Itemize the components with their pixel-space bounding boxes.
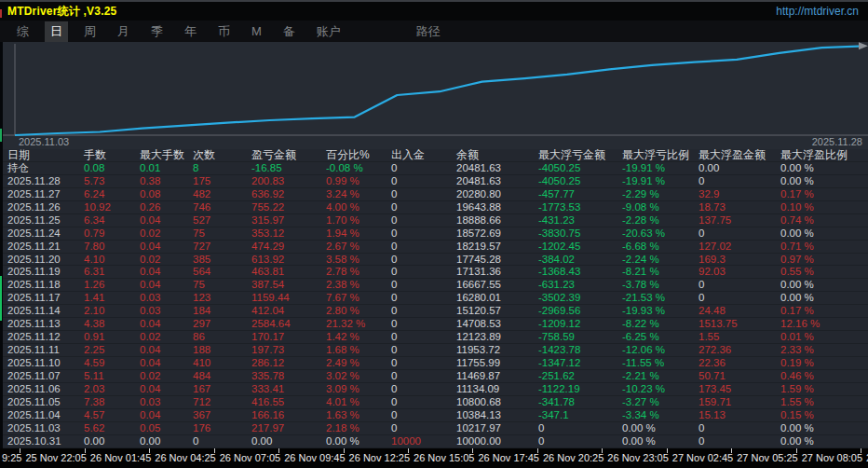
table-cell: 0.00 [244,435,319,447]
table-cell: -2.24 % [615,254,691,266]
column-header[interactable]: 最大浮盈金额 [691,149,773,161]
table-cell: 17131.36 [449,266,531,278]
column-header[interactable]: 次数 [185,149,244,161]
table-cell: 1.41 [76,292,132,304]
time-axis-label: 27 Nov 10:45 [864,448,868,467]
table-cell: 11953.72 [449,344,531,356]
time-axis-label: 26 Nov 01:45 [88,448,153,467]
table-row[interactable]: 2025.11.062.030.04167333.413.09 %011134.… [0,383,868,396]
time-axis-tick [602,448,603,453]
table-cell: 16280.01 [449,292,531,304]
menu-item-7[interactable]: M [246,22,267,40]
table-cell: -347.1 [531,409,615,421]
table-cell: 2025.11.12 [0,331,76,343]
column-header[interactable]: 最大浮亏金额 [531,149,615,161]
menu-item-path[interactable]: 路径 [411,21,446,42]
table-cell: 2.49 % [319,357,384,369]
table-cell: 6.31 [76,266,132,278]
menu-item-6[interactable]: 币 [212,21,236,42]
table-cell: 188 [185,344,244,356]
time-axis-tick [408,448,409,453]
table-cell: 10000 [384,435,449,447]
table-row[interactable]: 2025.11.171.410.031231159.447.67 %016280… [0,292,868,305]
app-url-link[interactable]: http://mtdriver.cn [776,5,859,18]
table-cell: 0.15 % [773,409,868,421]
table-row[interactable]: 2025.11.196.310.04564463.812.78 %017131.… [0,266,868,279]
table-row[interactable]: 2025.11.104.590.04410286.122.49 %011755.… [0,357,868,370]
table-row[interactable]: 2025.11.044.570.04367166.161.63 %010384.… [0,409,868,422]
column-header[interactable]: 最大浮亏比例 [615,149,691,161]
table-row[interactable]: 2025.11.217.800.04727474.292.67 %018219.… [0,241,868,254]
menu-item-2[interactable]: 周 [78,21,102,42]
column-header[interactable]: 盈亏金额 [244,149,319,161]
table-cell: 0.71 % [773,241,868,253]
column-header[interactable]: 最大浮盈比例 [773,149,868,161]
menu-item-4[interactable]: 季 [145,21,169,42]
table-row[interactable]: 2025.11.120.910.0286170.171.42 %012123.8… [0,331,868,344]
table-cell: 170.17 [244,331,319,343]
table-cell: -20.63 % [615,227,691,240]
time-axis-label: 27 Nov 08:05 [800,448,864,467]
table-cell: 12.16 % [773,318,868,330]
table-cell: -3502.39 [531,292,615,304]
table-cell: -8.21 % [615,266,691,278]
table-row[interactable]: 2025.11.112.250.04188197.731.68 %011953.… [0,344,868,357]
table-row[interactable]: 2025.11.240.790.0275353.121.94 %018572.6… [0,227,868,241]
table-row[interactable]: 2025.11.057.380.03712416.554.01 %010800.… [0,396,868,409]
table-row[interactable]: 2025.11.035.620.05176217.972.18 %010217.… [0,422,868,435]
table-cell: 410 [185,357,244,369]
menu-item-9[interactable]: 账户 [311,21,346,42]
column-header[interactable]: 余额 [449,149,531,161]
column-header[interactable]: 最大手数 [132,149,185,161]
column-header[interactable]: 手数 [76,149,132,161]
table-cell: 0 [384,201,449,213]
table-cell: 0 [384,409,449,421]
time-axis-tick [149,448,150,453]
table-cell: 86 [185,331,244,343]
table-cell: 1.94 % [319,227,384,240]
table-row[interactable]: 2025.11.2610.920.26746755.224.00 %019643… [0,201,868,214]
table-row[interactable]: 2025.11.134.380.042972584.6421.32 %01470… [0,318,868,331]
table-row[interactable]: 2025.11.256.340.04527315.971.70 %018888.… [0,214,868,227]
table-row[interactable]: 2025.11.075.110.02484335.783.02 %011469.… [0,370,868,383]
table-cell: -19.93 % [615,305,691,317]
table-cell: -1368.43 [531,266,615,278]
menu-item-5[interactable]: 年 [179,21,202,42]
left-edge-artifact [0,129,2,142]
column-header[interactable]: 日期 [0,149,76,161]
menu-item-3[interactable]: 月 [112,21,135,42]
table-cell: 0.00 % [773,279,868,291]
table-row[interactable]: 2025.11.142.100.03184412.042.80 %015120.… [0,305,868,318]
table-cell: -1202.45 [531,241,615,253]
title-bar[interactable]: MTDriver统计 ,V3.25 http://mtdriver.cn [0,0,868,21]
table-row[interactable]: 2025.11.181.260.0475387.542.38 %016667.5… [0,279,868,292]
table-cell: 4.38 [76,318,132,330]
time-axis-label: 26 Nov 04:25 [153,448,217,467]
table-cell: 2.03 [76,383,132,395]
table-cell: 0.00 % [773,175,868,187]
table-cell: 0.02 [132,227,185,240]
table-cell: 2025.11.28 [0,175,76,187]
table-cell: 2025.11.05 [0,396,76,408]
table-cell: -251.62 [531,370,615,382]
table-row[interactable]: 持仓0.080.018-16.85-0.08 %020481.63-4050.2… [0,162,868,175]
column-header[interactable]: 百分比% [319,149,384,161]
table-cell: 0 [384,162,449,174]
table-cell: 0.08 [132,188,185,200]
table-cell: -11.55 % [615,357,691,369]
table-cell: 335.78 [244,370,319,382]
table-row[interactable]: 2025.11.204.100.02385613.923.58 %017745.… [0,254,868,267]
menu-item-1[interactable]: 日 [45,21,68,42]
equity-chart-canvas [0,42,868,149]
table-row[interactable]: 2025.10.310.000.0000.000.00 %1000010000.… [0,435,868,448]
table-cell: 2025.11.21 [0,241,76,253]
table-cell: 0.02 [132,254,185,266]
menu-item-8[interactable]: 备 [278,21,301,42]
table-row[interactable]: 2025.11.276.240.08482636.923.24 %020280.… [0,188,868,201]
table-cell: 0 [384,396,449,408]
menu-item-0[interactable]: 综 [11,21,34,42]
equity-chart[interactable]: 2025.11.03 2025.11.28 [0,42,868,149]
table-row[interactable]: 2025.11.285.730.38175200.830.99 %020481.… [0,175,868,188]
table-cell: -4050.25 [531,175,615,187]
column-header[interactable]: 出入金 [384,149,449,161]
